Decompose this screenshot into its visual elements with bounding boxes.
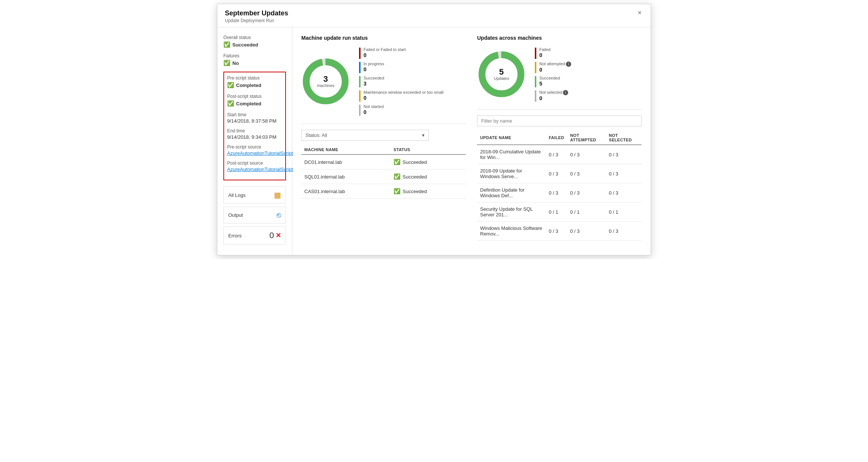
table-row: Definition Update for Windows Def... 0 /… (477, 183, 642, 202)
post-script-source-section: Post-script source AzureAutomationTutori… (227, 160, 282, 172)
output-label: Output (228, 212, 243, 218)
update-col-not-selected: NOT SELECTED (606, 131, 642, 145)
machine-legend-item: In progress 0 (359, 61, 443, 73)
legend-text: Not started (364, 104, 384, 109)
legend-info: Succeeded 5 (539, 75, 560, 87)
dialog-body: Overall status ✅ Succeeded Failures ✅ No… (217, 27, 651, 255)
table-row: CAS01.internal.lab ✅ Succeeded (301, 184, 466, 199)
update-failed-cell: 0 / 1 (546, 202, 567, 222)
output-icon: ⎋ (277, 211, 281, 219)
legend-color-bar (359, 105, 361, 116)
updates-table-header: UPDATE NAME FAILED NOT ATTEMPTED NOT SEL… (477, 131, 642, 145)
update-failed-cell: 0 / 3 (546, 222, 567, 241)
update-not-selected-cell: 0 / 3 (606, 222, 642, 241)
legend-color-bar (535, 62, 536, 73)
failures-text: No (232, 60, 239, 66)
legend-color-bar (535, 48, 536, 59)
update-not-selected-cell: 0 / 3 (606, 183, 642, 202)
legend-text: Succeeded (539, 75, 560, 81)
update-not-selected-cell: 0 / 3 (606, 145, 642, 164)
errors-icon: ✕ (275, 231, 281, 240)
legend-color-bar (535, 90, 536, 102)
post-script-icon: ✅ (227, 100, 234, 107)
update-name-cell: Windows Malicious Software Remov... (477, 222, 546, 241)
legend-color-bar (359, 62, 361, 73)
info-icon[interactable]: i (563, 90, 568, 95)
info-icon[interactable]: i (566, 62, 571, 67)
legend-text: Not attemptedi (539, 61, 571, 67)
check-icon: ✅ (394, 159, 401, 165)
all-logs-item[interactable]: All Logs ▦ (223, 186, 286, 204)
update-col-failed: FAILED (546, 131, 567, 145)
legend-bar-wrap (359, 61, 364, 73)
updates-divider (477, 109, 642, 110)
errors-count: 0 (269, 231, 274, 240)
updates-donut-svg (477, 50, 526, 99)
close-button[interactable]: × (636, 9, 643, 16)
overall-status-label: Overall status (223, 35, 286, 40)
legend-bar-wrap (535, 90, 539, 102)
machine-chart-area: 3 machines Failed or Failed to start 0 I… (301, 47, 466, 116)
end-time-value: 9/14/2018, 9:34:03 PM (227, 134, 282, 140)
legend-bar-wrap (535, 61, 539, 73)
failures-section: Failures ✅ No (223, 53, 286, 66)
start-time-section: Start time 9/14/2018, 8:37:58 PM (227, 112, 282, 124)
failures-value: ✅ No (223, 60, 286, 66)
script-status-box: Pre-script status ✅ Completed Post-scrip… (223, 72, 286, 180)
status-dropdown[interactable]: Status: All ▾ (301, 130, 429, 141)
legend-text: Maintenance window exceeded or too small (364, 90, 443, 95)
updates-legend-item: Not attemptedi 0 (535, 61, 571, 73)
legend-text: Failed or Failed to start (364, 47, 406, 52)
filter-by-name-input[interactable] (477, 116, 642, 126)
machine-legend: Failed or Failed to start 0 In progress … (359, 47, 443, 116)
legend-count: 0 (364, 66, 384, 72)
updates-section-title: Updates across machines (477, 35, 642, 41)
pre-script-label: Pre-script status (227, 75, 282, 81)
end-time-label: End time (227, 128, 282, 134)
machine-section: Machine update run status 3 machines (301, 35, 466, 248)
pre-script-source-section: Pre-script source AzureAutomationTutoria… (227, 144, 282, 156)
legend-count: 0 (539, 95, 568, 101)
legend-color-bar (359, 76, 361, 87)
table-row: 2018-09 Update for Windows Serve... 0 / … (477, 164, 642, 183)
legend-bar-wrap (359, 47, 364, 59)
post-script-source-link[interactable]: AzureAutomationTutorialScript (227, 166, 282, 172)
logs-section: All Logs ▦ Output ⎋ Errors 0 ✕ (223, 186, 286, 244)
output-item[interactable]: Output ⎋ (223, 207, 286, 224)
legend-color-bar (359, 48, 361, 59)
machine-section-title: Machine update run status (301, 35, 466, 41)
failures-icon: ✅ (223, 60, 230, 66)
errors-count-area: 0 ✕ (269, 231, 281, 240)
update-failed-cell: 0 / 3 (546, 164, 567, 183)
machine-donut: 3 machines (301, 57, 350, 106)
update-not-attempted-cell: 0 / 1 (567, 202, 606, 222)
overall-status-section: Overall status ✅ Succeeded (223, 35, 286, 48)
machine-col-name: MACHINE NAME (301, 145, 391, 154)
legend-text: Failed (539, 47, 551, 52)
machine-legend-item: Not started 0 (359, 104, 443, 116)
pre-script-source-link[interactable]: AzureAutomationTutorialScript (227, 150, 282, 156)
legend-info: Failed or Failed to start 0 (364, 47, 406, 58)
start-time-value: 9/14/2018, 8:37:58 PM (227, 118, 282, 124)
update-not-attempted-cell: 0 / 3 (567, 183, 606, 202)
legend-text: Not selectedi (539, 90, 568, 95)
update-not-selected-cell: 0 / 3 (606, 164, 642, 183)
dialog-subtitle: Update Deployment Run (225, 18, 288, 23)
errors-item[interactable]: Errors 0 ✕ (223, 226, 286, 244)
machine-status-cell: ✅ Succeeded (391, 170, 466, 184)
updates-legend-item: Failed 0 (535, 47, 571, 59)
updates-table-body: 2018-09 Cumulative Update for Win... 0 /… (477, 145, 642, 241)
update-col-name: UPDATE NAME (477, 131, 546, 145)
check-icon: ✅ (394, 173, 401, 180)
legend-count: 0 (364, 95, 443, 101)
failures-label: Failures (223, 53, 286, 58)
legend-count: 0 (364, 109, 384, 115)
machine-divider (301, 123, 466, 124)
legend-count: 5 (539, 81, 560, 87)
updates-legend-item: Not selectedi 0 (535, 90, 571, 102)
main-content: Machine update run status 3 machines (292, 27, 651, 255)
dialog-header: September Updates Update Deployment Run … (217, 4, 651, 27)
legend-count: 0 (539, 67, 571, 73)
table-row: Windows Malicious Software Remov... 0 / … (477, 222, 642, 241)
machine-table: MACHINE NAME STATUS DC01.internal.lab ✅ … (301, 145, 466, 199)
